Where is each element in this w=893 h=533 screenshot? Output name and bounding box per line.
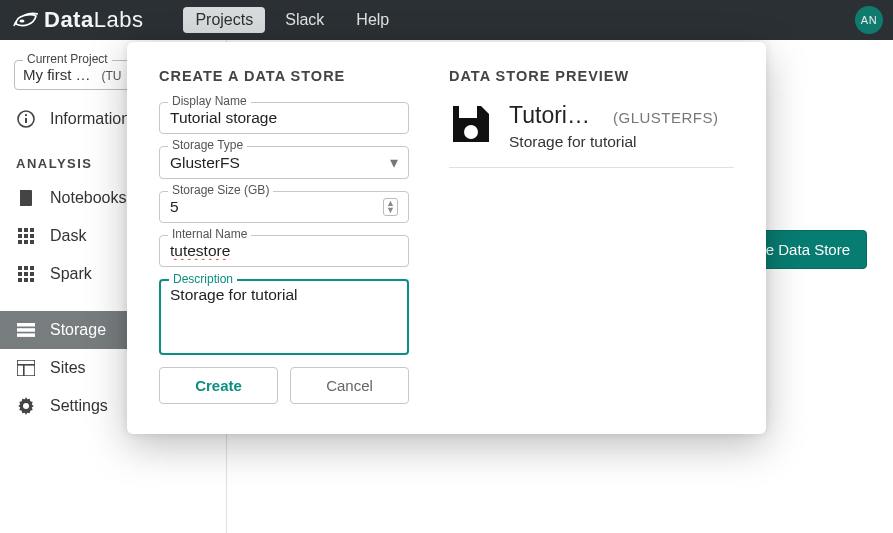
- modal-title: CREATE A DATA STORE: [159, 68, 409, 84]
- brand-logo[interactable]: DataLabs: [10, 7, 143, 33]
- preview-store-title: Tutorial storage: [509, 102, 599, 129]
- sidebar-item-label: Spark: [50, 265, 92, 283]
- svg-rect-8: [24, 234, 28, 238]
- svg-rect-25: [17, 360, 35, 376]
- nav-slack[interactable]: Slack: [273, 7, 336, 33]
- sidebar-item-label: Storage: [50, 321, 106, 339]
- svg-rect-10: [18, 240, 22, 244]
- svg-rect-29: [459, 106, 477, 118]
- svg-rect-4: [18, 228, 22, 232]
- preview-store-description: Storage for tutorial: [509, 133, 734, 151]
- current-project-label: Current Project: [23, 52, 112, 66]
- sidebar-item-label: Settings: [50, 397, 108, 415]
- sidebar-item-label: Notebooks: [50, 189, 127, 207]
- book-icon: [16, 189, 36, 207]
- current-project-suffix: (TU: [101, 69, 121, 83]
- svg-rect-14: [24, 266, 28, 270]
- top-bar: DataLabs Projects Slack Help AN: [0, 0, 893, 40]
- svg-point-0: [20, 19, 25, 22]
- field-label: Description: [169, 272, 237, 286]
- nav-projects[interactable]: Projects: [183, 7, 265, 33]
- svg-rect-13: [18, 266, 22, 270]
- svg-rect-5: [24, 228, 28, 232]
- preview-title: DATA STORE PREVIEW: [449, 68, 734, 84]
- field-label: Internal Name: [168, 227, 251, 241]
- svg-rect-21: [30, 278, 34, 282]
- description-field[interactable]: Description: [159, 279, 409, 355]
- web-icon: [16, 360, 36, 376]
- svg-rect-9: [30, 234, 34, 238]
- svg-rect-16: [18, 272, 22, 276]
- display-name-field[interactable]: Display Name: [159, 102, 409, 134]
- description-input[interactable]: [170, 286, 398, 344]
- svg-rect-12: [30, 240, 34, 244]
- nav-help[interactable]: Help: [344, 7, 401, 33]
- svg-rect-23: [17, 328, 35, 332]
- internal-name-field[interactable]: Internal Name: [159, 235, 409, 267]
- sidebar-item-label: Information: [50, 110, 130, 128]
- sidebar-item-label: Dask: [50, 227, 86, 245]
- create-button[interactable]: Create: [159, 367, 278, 404]
- storage-size-field[interactable]: Storage Size (GB) ▲▼: [159, 191, 409, 223]
- storage-type-field[interactable]: Storage Type GlusterFS ▾: [159, 146, 409, 179]
- modal-button-row: Create Cancel: [159, 367, 409, 404]
- internal-name-input[interactable]: [170, 242, 398, 260]
- info-icon: [16, 110, 36, 128]
- svg-rect-6: [30, 228, 34, 232]
- storage-size-input[interactable]: [170, 198, 383, 216]
- grid-icon: [16, 228, 36, 244]
- brand-thin: Labs: [94, 7, 144, 33]
- preview-store-type: (GLUSTERFS): [613, 109, 719, 126]
- svg-rect-17: [24, 272, 28, 276]
- svg-rect-20: [24, 278, 28, 282]
- svg-rect-27: [23, 364, 25, 376]
- user-avatar[interactable]: AN: [855, 6, 883, 34]
- svg-rect-22: [17, 323, 35, 327]
- number-spinner-icon[interactable]: ▲▼: [383, 198, 398, 216]
- svg-rect-18: [30, 272, 34, 276]
- field-label: Storage Size (GB): [168, 183, 273, 197]
- field-label: Storage Type: [168, 138, 247, 152]
- storage-icon: [16, 323, 36, 337]
- svg-point-30: [464, 125, 478, 139]
- svg-rect-19: [18, 278, 22, 282]
- current-project-value: My first project: [23, 66, 93, 83]
- svg-rect-7: [18, 234, 22, 238]
- field-label: Display Name: [168, 94, 251, 108]
- svg-rect-24: [17, 333, 35, 337]
- modal-preview: DATA STORE PREVIEW Tutorial storage (GLU…: [449, 68, 734, 404]
- display-name-input[interactable]: [170, 109, 398, 127]
- modal-form: CREATE A DATA STORE Display Name Storage…: [159, 68, 409, 404]
- save-disk-icon: [449, 102, 493, 150]
- brand-bold: Data: [44, 7, 94, 33]
- leaf-icon: [12, 10, 38, 30]
- svg-rect-11: [24, 240, 28, 244]
- top-nav: Projects Slack Help: [183, 7, 401, 33]
- svg-rect-2: [25, 118, 27, 123]
- grid-icon: [16, 266, 36, 282]
- svg-point-3: [25, 114, 27, 116]
- cancel-button[interactable]: Cancel: [290, 367, 409, 404]
- chevron-down-icon: ▾: [390, 153, 398, 172]
- svg-point-28: [23, 403, 29, 409]
- sidebar-item-label: Sites: [50, 359, 86, 377]
- preview-card: Tutorial storage (GLUSTERFS) Storage for…: [449, 102, 734, 168]
- gear-icon: [16, 397, 36, 415]
- svg-rect-26: [17, 364, 35, 366]
- svg-rect-15: [30, 266, 34, 270]
- create-data-store-modal: CREATE A DATA STORE Display Name Storage…: [127, 42, 766, 434]
- storage-type-value: GlusterFS: [170, 154, 390, 172]
